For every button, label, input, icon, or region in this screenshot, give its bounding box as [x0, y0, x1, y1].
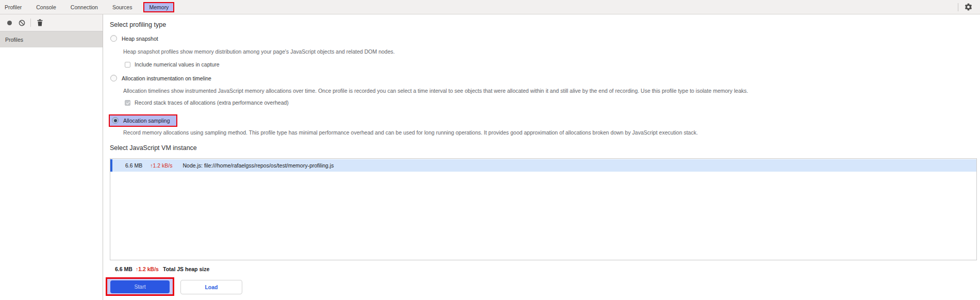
suboption-include-numerical-values: Include numerical values in capture [125, 61, 220, 68]
total-heap-size-label: Total JS heap size [163, 266, 209, 272]
tab-memory[interactable]: Memory [143, 2, 174, 12]
checkbox-label[interactable]: Record stack traces of allocations (extr… [135, 99, 289, 106]
profiler-toolbar [0, 14, 103, 31]
option-label[interactable]: Allocation instrumentation on timeline [122, 75, 211, 81]
radio-allocation-timeline[interactable] [110, 75, 117, 81]
option-label[interactable]: Heap snapshot [122, 36, 158, 42]
vm-heap-size: 6.6 MB [125, 162, 142, 169]
total-heap-size: 6.6 MB [115, 266, 132, 272]
annotation-box-start-button: Start [106, 277, 174, 296]
option-heap-snapshot: Heap snapshot [110, 35, 158, 42]
record-icon[interactable] [3, 16, 15, 29]
record-dot [7, 21, 12, 25]
option-description: Record memory allocations using sampling… [123, 129, 698, 136]
sidebar-item-profiles[interactable]: Profiles [0, 31, 103, 47]
gear-icon[interactable] [964, 3, 973, 11]
start-button[interactable]: Start [110, 280, 170, 293]
tab-connection[interactable]: Connection [71, 4, 98, 10]
checkbox-record-stack-traces[interactable] [125, 100, 130, 106]
vm-instance-heading: Select JavaScript VM instance [110, 144, 197, 152]
option-description: Allocation timelines show instrumented J… [123, 88, 748, 94]
toolbar-divider [958, 3, 958, 11]
vm-allocation-rate: ↑1.2 kB/s [150, 162, 172, 169]
tab-strip: Profiler Console Connection Sources Memo… [0, 0, 980, 14]
vm-instance-name: Node.js: file:///home/rafaelgss/repos/os… [182, 162, 334, 169]
radio-heap-snapshot[interactable] [110, 35, 117, 42]
option-label[interactable]: Allocation sampling [123, 118, 170, 124]
profiles-label: Profiles [5, 37, 23, 43]
tabbar-right-controls [958, 3, 973, 11]
tab-profiler[interactable]: Profiler [5, 4, 22, 10]
suboption-record-stack-traces: Record stack traces of allocations (extr… [125, 99, 289, 106]
tab-sources[interactable]: Sources [112, 4, 132, 10]
vm-instance-list: 6.6 MB ↑1.2 kB/s Node.js: file:///home/r… [110, 158, 977, 260]
profiling-type-heading: Select profiling type [110, 21, 166, 28]
option-description: Heap snapshot profiles show memory distr… [123, 48, 395, 55]
checkbox-include-numerical-values[interactable] [125, 62, 130, 68]
devtools-window: Profiler Console Connection Sources Memo… [0, 0, 980, 300]
load-button[interactable]: Load [180, 280, 242, 294]
trash-icon[interactable] [34, 16, 46, 29]
annotation-box-allocation-sampling: Allocation sampling [109, 114, 177, 127]
total-allocation-rate: ↑1.2 kB/s [136, 266, 159, 272]
vm-instance-row[interactable]: 6.6 MB ↑1.2 kB/s Node.js: file:///home/r… [110, 159, 976, 172]
sidebar: Profiles [0, 14, 103, 300]
clear-all-icon[interactable] [15, 16, 28, 29]
toolbar-divider [30, 19, 31, 27]
option-allocation-timeline: Allocation instrumentation on timeline [110, 75, 211, 81]
tab-console[interactable]: Console [36, 4, 56, 10]
checkbox-label[interactable]: Include numerical values in capture [135, 61, 220, 68]
radio-allocation-sampling[interactable] [112, 117, 119, 124]
